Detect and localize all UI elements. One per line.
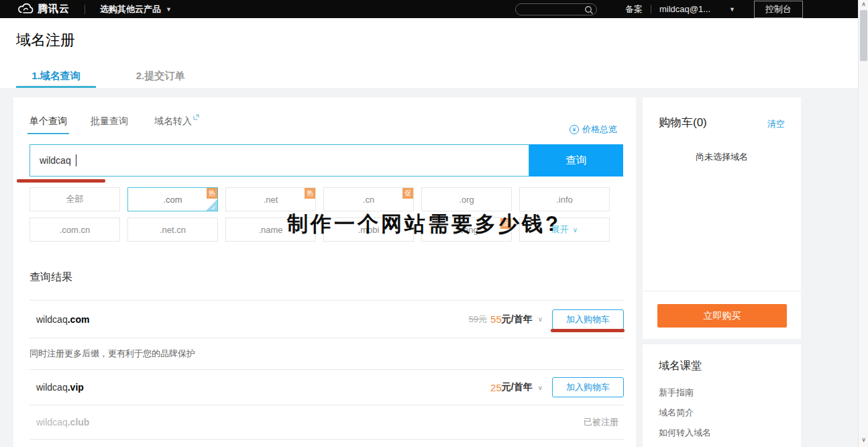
text-cursor (76, 154, 76, 166)
promo-badge: 促 (402, 188, 413, 199)
tld-filter-all[interactable]: 全部 (30, 187, 120, 211)
tld-filter-net[interactable]: .net 热 (225, 187, 316, 211)
cart-empty-text: 尚未选择域名 (643, 151, 801, 163)
chevron-down-icon: ▼ (166, 6, 172, 13)
domain-course-panel: 域名课堂 新手指南 域名简介 如何转入域名 (643, 344, 801, 447)
domain-tld: .club (68, 417, 90, 428)
divider (643, 291, 801, 291)
vertical-scrollbar[interactable]: ∧ ∨ (858, 0, 868, 447)
result-row-vip: wildcaq.vip 25 元/首年 ∨ 加入购物车 (30, 369, 624, 405)
results-heading: 查询结果 (30, 270, 72, 285)
tab-batch-query[interactable]: 批量查询 (91, 115, 128, 128)
page-title: 域名注册 (16, 30, 75, 50)
price-dropdown-chevron[interactable]: ∨ (538, 315, 543, 323)
cart-title: 购物车(0) (659, 115, 707, 130)
price-unit: 元/首年 (502, 313, 533, 326)
results-list: wildcaq.com 59元 55 元/首年 ∨ 加入购物车 同时注册更多后缀… (30, 300, 624, 440)
topbar-divider (85, 5, 85, 14)
add-to-cart-button[interactable]: 加入购物车 (552, 309, 624, 330)
course-link-transfer-guide[interactable]: 如何转入域名 (659, 427, 711, 439)
registered-status: 已被注册 (584, 416, 624, 428)
result-row-com: wildcaq.com 59元 55 元/首年 ∨ 加入购物车 (30, 300, 624, 338)
cart-clear-link[interactable]: 清空 (767, 118, 785, 130)
price-overview-link[interactable]: ¥ 价格总览 (569, 123, 617, 136)
current-price: 55 (490, 313, 502, 325)
search-icon (584, 5, 594, 15)
other-products-label: 选购其他云产品 (100, 3, 161, 15)
tld-label: .cn (363, 195, 374, 205)
tld-filter-info[interactable]: .info (519, 187, 610, 211)
domain-tld: .com (68, 314, 90, 325)
tld-filter-com-cn[interactable]: .com.cn (30, 217, 120, 242)
add-to-cart-button[interactable]: 加入购物车 (552, 377, 624, 397)
red-underline-annotation (17, 179, 105, 183)
old-price: 59元 (469, 313, 487, 326)
brand-name: 腾讯云 (38, 3, 70, 15)
result-row-club: wildcaq.club 已被注册 (30, 405, 624, 440)
chevron-down-icon: ∨ (573, 226, 578, 234)
tld-filter-cn[interactable]: .cn 促 (323, 187, 414, 211)
course-link-beginner-guide[interactable]: 新手指南 (659, 387, 694, 399)
price-overview-label: 价格总览 (582, 123, 617, 136)
price-dropdown-chevron[interactable]: ∨ (538, 384, 543, 391)
step-domain-query[interactable]: 1.域名查询 (16, 64, 96, 88)
watermark-text: 制作一个网站需要多少钱? (287, 210, 561, 238)
query-button[interactable]: 查询 (529, 144, 623, 177)
tld-label: .net (264, 195, 278, 205)
console-button[interactable]: 控制台 (754, 1, 803, 18)
hot-badge: 热 (207, 188, 217, 199)
top-navigation-bar: 腾讯云 选购其他云产品 ▼ 备案 mildcaq@1... ▼ 控制台 (0, 0, 858, 18)
domain-base: wildcaq (36, 314, 68, 325)
scrollbar-thumb[interactable] (860, 10, 867, 61)
beian-link[interactable]: 备案 (625, 3, 643, 15)
account-name: mildcaq@1... (659, 4, 710, 14)
tld-label: .com (163, 195, 182, 205)
cloud-logo-icon (17, 2, 34, 16)
tencent-cloud-logo[interactable]: 腾讯云 (17, 2, 70, 16)
tab-single-query[interactable]: 单个查询 (30, 115, 67, 128)
tld-filter-com[interactable]: .com 热 ✓ (127, 187, 218, 211)
scroll-up-arrow[interactable]: ∧ (859, 1, 868, 11)
hot-badge: 热 (305, 188, 315, 199)
tab-domain-transfer[interactable]: 域名转入 (154, 115, 198, 128)
topbar-divider (651, 5, 651, 13)
domain-transfer-label: 域名转入 (154, 115, 192, 126)
domain-query-panel: 单个查询 批量查询 域名转入 ¥ 价格总览 查询 全部 .com 热 ✓ .ne… (13, 97, 636, 447)
course-title: 域名课堂 (659, 359, 702, 373)
price-unit: 元/首年 (502, 381, 533, 393)
current-price: 25 (490, 382, 502, 393)
tld-filter-net-cn[interactable]: .net.cn (127, 217, 218, 242)
buy-now-button[interactable]: 立即购买 (657, 304, 787, 328)
domain-tld: .vip (68, 382, 84, 393)
shopping-cart-panel: 购物车(0) 清空 尚未选择域名 立即购买 (643, 97, 801, 339)
check-icon: ✓ (211, 205, 217, 211)
other-products-menu[interactable]: 选购其他云产品 ▼ (100, 3, 172, 15)
domain-name: wildcaq.vip (36, 382, 84, 393)
chevron-down-icon: ▼ (729, 6, 735, 13)
scroll-down-arrow[interactable]: ∨ (859, 436, 868, 446)
topbar-search-input[interactable] (515, 3, 597, 15)
external-link-icon (193, 111, 199, 122)
brand-protection-tip: 同时注册更多后缀，更有利于您的品牌保护 (30, 338, 624, 369)
domain-base: wildcaq (36, 382, 68, 393)
domain-search-input[interactable] (30, 144, 529, 177)
domain-name: wildcaq.club (36, 417, 89, 428)
yen-circle-icon: ¥ (569, 125, 579, 134)
tld-filter-org[interactable]: .org (421, 187, 512, 211)
domain-base: wildcaq (36, 417, 68, 428)
course-link-domain-intro[interactable]: 域名简介 (659, 407, 694, 419)
account-menu[interactable]: mildcaq@1... ▼ (659, 4, 735, 14)
page-header: 域名注册 1.域名查询 2.提交订单 (0, 18, 858, 88)
step-submit-order[interactable]: 2.提交订单 (130, 64, 191, 88)
domain-name: wildcaq.com (36, 314, 89, 325)
red-underline-annotation (551, 329, 625, 332)
